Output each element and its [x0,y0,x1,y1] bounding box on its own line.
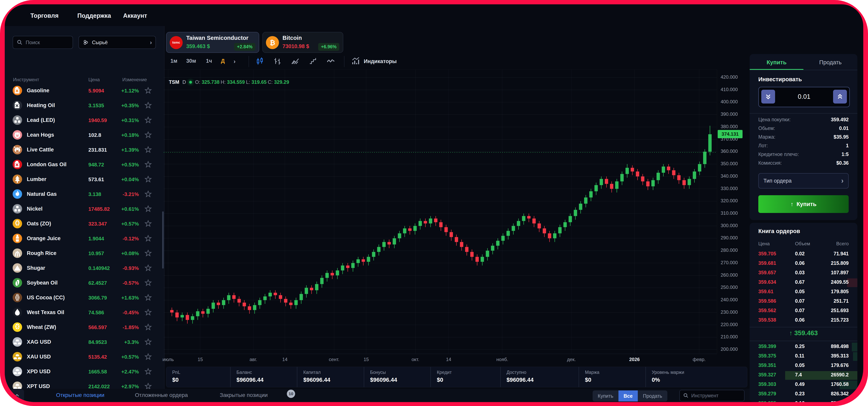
tab-buy[interactable]: Купить [750,59,804,66]
chart-tab-tsmc[interactable]: tsmc Taiwan Semiconductor 359.463 $ +2.8… [166,32,259,53]
nav-item-support[interactable]: Поддержка [77,12,111,19]
trade-panel: Купить Продать Инвестировать 0.01 Цена п… [750,54,857,220]
bid-row[interactable]: 359.3277.426590.2 [750,372,857,381]
nav-item-trading[interactable]: Торговля [30,12,59,19]
instrument-search-input[interactable]: Инструмент [679,390,745,401]
favorite-star-icon[interactable] [145,338,152,346]
indicators-icon[interactable] [351,57,360,66]
category-select[interactable]: Сырьё › [79,36,156,49]
favorite-star-icon[interactable] [145,235,152,242]
ask-row[interactable]: 359.5860.07251.71 [750,298,857,307]
chart-type-bars-icon[interactable] [273,57,282,66]
instrument-row[interactable]: Orange Juice1.9044-0.12% [5,231,162,246]
filter-sell-button[interactable]: Продать [638,391,668,402]
instrument-row[interactable]: Lumber573.61+0.04% [5,172,162,187]
tab-sell[interactable]: Продать [804,59,857,66]
instrument-row[interactable]: Rough Rice10.957+0.08% [5,246,162,261]
bid-row[interactable]: 359.3030.491760.58 [750,381,857,390]
increase-amount-button[interactable] [833,90,847,103]
instrument-row[interactable]: US Cocoa (CC)3066.79+1.63% [5,290,162,305]
instrument-name: Natural Gas [27,191,57,197]
ask-row[interactable]: 359.610.05179.805 [750,289,857,298]
filter-all-button[interactable]: Все [618,391,638,402]
instrument-row[interactable]: XPD USD1665.58+2.47% [5,364,162,379]
timeframe-30m[interactable]: 30м [186,58,196,64]
chart-type-baseline-icon[interactable] [326,57,335,66]
ask-row[interactable]: 359.5620.07251.693 [750,308,857,316]
instrument-row[interactable]: Lead (LED)1940.59+0.31% [5,113,162,128]
indicators-label[interactable]: Индикаторы [364,58,397,64]
favorite-star-icon[interactable] [145,131,152,138]
instrument-row[interactable]: Oats (ZO)323.347+0.57% [5,216,162,231]
chart-type-candles-icon[interactable] [255,57,265,66]
instrument-name: Rough Rice [27,250,56,256]
favorite-star-icon[interactable] [145,190,152,198]
bid-row[interactable]: 359.3510.05179.676 [750,363,857,371]
ask-row[interactable]: 359.7050.0271.941 [750,251,857,259]
instrument-row[interactable]: XAG USD84.9523+3.3% [5,335,162,349]
instrument-row[interactable]: Nickel17485.82+0.61% [5,201,162,216]
detail-label: Цена покупки: [758,117,791,122]
instrument-row[interactable]: Lean Hogs102.8+0.18% [5,128,162,143]
ask-row[interactable]: 359.6340.672409.55 [750,279,857,288]
bid-row[interactable]: 359.2790.23826.342 [750,391,857,400]
favorite-star-icon[interactable] [145,87,152,94]
bid-row[interactable]: 359.3750.11395.313 [750,353,857,362]
favorite-star-icon[interactable] [145,161,152,168]
chart-type-step-line-icon[interactable] [309,57,318,66]
favorite-star-icon[interactable] [145,101,152,109]
buy-button[interactable]: ↑ Купить [758,195,849,213]
bean-icon [12,278,22,287]
favorite-star-icon[interactable] [145,279,152,286]
chart-type-area-icon[interactable] [291,57,300,66]
timeframe-1m[interactable]: 1м [170,58,177,64]
instrument-price: 74.586 [88,310,104,316]
instrument-row[interactable]: London Gas Oil948.72+0.53% [5,157,162,172]
favorite-star-icon[interactable] [145,368,152,375]
chart-tab-bitcoin[interactable]: ₿ Bitcoin 73010.98 $ +6.96% [262,32,343,53]
favorite-star-icon[interactable] [145,309,152,316]
favorite-star-icon[interactable] [145,323,152,331]
tab-pending-orders[interactable]: Отложенные ордера [135,392,188,398]
favorite-star-icon[interactable] [145,205,152,213]
ask-row[interactable]: 359.6570.03107.897 [750,270,857,278]
favorite-star-icon[interactable] [145,116,152,124]
instrument-row[interactable]: Natural Gas3.138-3.21% [5,187,162,201]
more-timeframes-chevron-icon[interactable]: › [234,58,236,65]
ask-row[interactable]: 359.5380.06215.723 [750,317,857,326]
bitcoin-logo: ₿ [266,36,279,49]
book-volume: 7.4 [795,372,802,378]
price-axis[interactable]: 420.000410.000400.000390.000380.000370.0… [717,69,748,353]
timeframe-1h[interactable]: 1ч [206,58,212,64]
instrument-row[interactable]: Soybean Oil62.4527-0.57% [5,276,162,290]
order-type-select[interactable]: Тип ордера › [758,173,849,188]
timeframe-1d-active[interactable]: Д [221,58,225,64]
instrument-change: -3.21% [123,191,139,197]
candlestick-chart[interactable] [164,69,717,353]
sidebar-scrollbar[interactable] [162,211,164,269]
time-axis[interactable]: июль15авг.14сент.15окт.14нояб.дек.2026фе… [164,354,717,365]
instrument-row[interactable]: Heating Oil3.1535+0.35% [5,98,162,113]
tab-closed-positions[interactable]: Закрытые позиции [220,392,268,398]
favorite-star-icon[interactable] [145,176,152,183]
favorite-star-icon[interactable] [145,249,152,257]
book-total: 215.723 [831,317,849,323]
filter-buy-button[interactable]: Купить [593,391,618,402]
instrument-row[interactable]: Wheat (ZW)566.597-1.85% [5,320,162,335]
instrument-row[interactable]: XAU USD5135.42+0.57% [5,349,162,364]
ask-row[interactable]: 359.6810.06215.809 [750,260,857,269]
favorite-star-icon[interactable] [145,353,152,361]
instrument-change: -1.85% [123,324,139,331]
favorite-star-icon[interactable] [145,294,152,301]
instrument-row[interactable]: Live Cattle231.831+1.39% [5,143,162,157]
favorite-star-icon[interactable] [145,220,152,227]
favorite-star-icon[interactable] [145,146,152,153]
nav-item-account[interactable]: Аккаунт [123,12,147,19]
search-input[interactable]: Поиск [12,36,73,49]
tab-open-positions[interactable]: Открытые позиции [56,392,104,398]
instrument-row[interactable]: Gasoline5.9094+1.12% [5,83,162,98]
favorite-star-icon[interactable] [145,264,152,272]
instrument-row[interactable]: Shugar0.140942-0.93% [5,261,162,276]
instrument-row[interactable]: West Texas Oil74.586-0.45% [5,305,162,320]
bid-row[interactable]: 359.3990.25898.498 [750,343,857,352]
